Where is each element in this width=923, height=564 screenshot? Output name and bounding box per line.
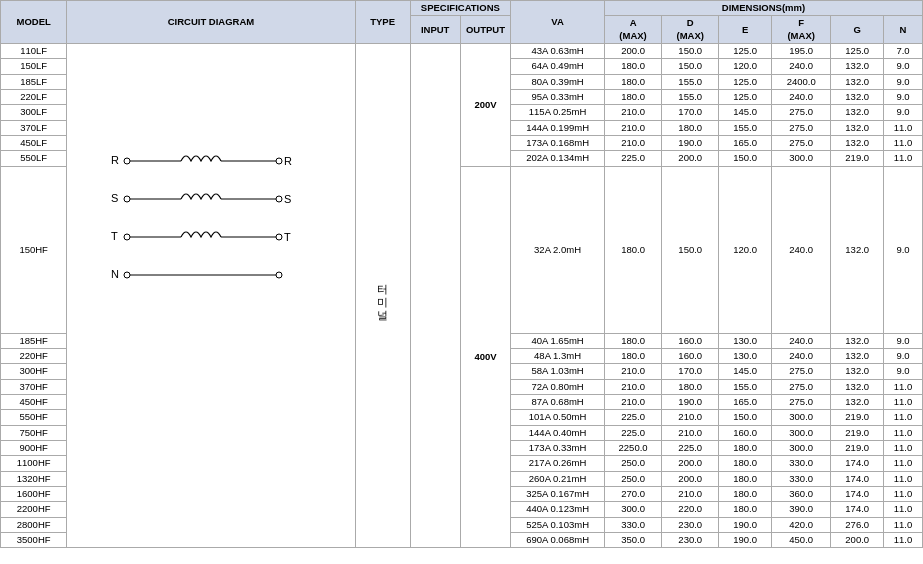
f-header: F(MAX) (771, 16, 830, 44)
e-cell: 125.0 (719, 74, 772, 89)
d-cell: 180.0 (662, 120, 719, 135)
g-cell: 125.0 (831, 44, 884, 59)
e-cell: 155.0 (719, 379, 772, 394)
f-cell: 300.0 (771, 425, 830, 440)
g-cell: 132.0 (831, 105, 884, 120)
d-cell: 150.0 (662, 166, 719, 333)
d-cell: 155.0 (662, 90, 719, 105)
d-cell: 210.0 (662, 410, 719, 425)
model-cell: 450HF (1, 394, 67, 409)
input-header: INPUT (410, 16, 460, 44)
d-cell: 155.0 (662, 74, 719, 89)
d-cell: 225.0 (662, 440, 719, 455)
a-cell: 210.0 (604, 105, 661, 120)
a-cell: 330.0 (604, 517, 661, 532)
d-cell: 200.0 (662, 471, 719, 486)
e-cell: 145.0 (719, 364, 772, 379)
model-cell: 220HF (1, 348, 67, 363)
f-cell: 275.0 (771, 105, 830, 120)
g-header: G (831, 16, 884, 44)
model-cell: 2800HF (1, 517, 67, 532)
d-cell: 170.0 (662, 364, 719, 379)
g-cell: 276.0 (831, 517, 884, 532)
model-cell: 3500HF (1, 533, 67, 548)
e-cell: 190.0 (719, 517, 772, 532)
svg-text:S: S (111, 192, 118, 204)
a-cell: 180.0 (604, 59, 661, 74)
n-cell: 11.0 (884, 440, 923, 455)
e-cell: 180.0 (719, 456, 772, 471)
n-cell: 9.0 (884, 59, 923, 74)
n-cell: 9.0 (884, 333, 923, 348)
dimensions-header: DIMENSIONS(mm) (604, 1, 922, 16)
va-cell: 217A 0.26mH (511, 456, 605, 471)
voltage-400v-cell: 400V (460, 166, 510, 548)
va-cell: 64A 0.49mH (511, 59, 605, 74)
va-cell: 144A 0.199mH (511, 120, 605, 135)
g-cell: 219.0 (831, 151, 884, 166)
svg-point-4 (276, 158, 282, 164)
n-cell: 11.0 (884, 456, 923, 471)
e-cell: 120.0 (719, 59, 772, 74)
n-header: N (884, 16, 923, 44)
a-cell: 180.0 (604, 74, 661, 89)
n-cell: 9.0 (884, 74, 923, 89)
va-cell: 95A 0.33mH (511, 90, 605, 105)
e-cell: 190.0 (719, 533, 772, 548)
f-cell: 240.0 (771, 166, 830, 333)
d-cell: 160.0 (662, 333, 719, 348)
n-cell: 7.0 (884, 44, 923, 59)
va-cell: 525A 0.103mH (511, 517, 605, 532)
model-cell: 220LF (1, 90, 67, 105)
n-cell: 11.0 (884, 394, 923, 409)
va-cell: 32A 2.0mH (511, 166, 605, 333)
model-cell: 1600HF (1, 487, 67, 502)
svg-point-1 (124, 158, 130, 164)
main-table: MODEL CIRCUIT DIAGRAM TYPE SPECIFICATION… (0, 0, 923, 548)
a-cell: 250.0 (604, 456, 661, 471)
va-cell: 144A 0.40mH (511, 425, 605, 440)
a-cell: 300.0 (604, 502, 661, 517)
model-cell: 370HF (1, 379, 67, 394)
d-cell: 230.0 (662, 533, 719, 548)
e-cell: 125.0 (719, 90, 772, 105)
f-cell: 330.0 (771, 471, 830, 486)
svg-point-13 (124, 234, 130, 240)
a-cell: 250.0 (604, 471, 661, 486)
model-cell: 1100HF (1, 456, 67, 471)
d-cell: 170.0 (662, 105, 719, 120)
svg-point-21 (276, 272, 282, 278)
f-cell: 390.0 (771, 502, 830, 517)
a-cell: 180.0 (604, 166, 661, 333)
e-cell: 180.0 (719, 487, 772, 502)
svg-text:R: R (111, 154, 119, 166)
a-cell: 180.0 (604, 348, 661, 363)
g-cell: 132.0 (831, 348, 884, 363)
f-cell: 240.0 (771, 348, 830, 363)
n-cell: 11.0 (884, 517, 923, 532)
g-cell: 174.0 (831, 487, 884, 502)
e-cell: 155.0 (719, 120, 772, 135)
e-cell: 160.0 (719, 425, 772, 440)
header-row-1: MODEL CIRCUIT DIAGRAM TYPE SPECIFICATION… (1, 1, 923, 16)
g-cell: 132.0 (831, 90, 884, 105)
va-cell: 173A 0.168mH (511, 136, 605, 151)
a-cell: 210.0 (604, 120, 661, 135)
g-cell: 132.0 (831, 120, 884, 135)
va-cell: 40A 1.65mH (511, 333, 605, 348)
n-cell: 11.0 (884, 410, 923, 425)
va-cell: 440A 0.123mH (511, 502, 605, 517)
a-cell: 210.0 (604, 394, 661, 409)
n-cell: 9.0 (884, 105, 923, 120)
model-cell: 1320HF (1, 471, 67, 486)
svg-text:T: T (284, 231, 291, 243)
svg-text:N: N (111, 268, 119, 280)
a-cell: 225.0 (604, 410, 661, 425)
svg-text:T: T (111, 230, 118, 242)
circuit-diagram-cell: R R S S T T N (67, 44, 355, 548)
model-cell: 750HF (1, 425, 67, 440)
f-cell: 275.0 (771, 136, 830, 151)
n-cell: 11.0 (884, 379, 923, 394)
model-cell: 450LF (1, 136, 67, 151)
d-cell: 230.0 (662, 517, 719, 532)
